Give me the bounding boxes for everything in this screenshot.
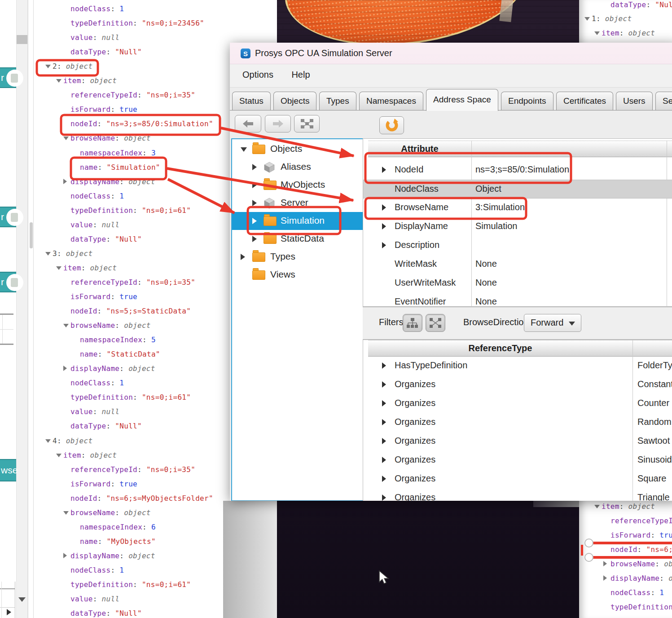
expander-closed-icon[interactable] — [252, 200, 257, 206]
reference-target: Random — [637, 417, 672, 427]
tree-item-objects[interactable]: Objects — [232, 140, 366, 158]
cube-icon — [264, 161, 275, 175]
expander-closed-icon[interactable] — [252, 236, 257, 242]
browse-direction-dropdown[interactable]: Forward — [524, 314, 581, 332]
expander-closed-icon[interactable] — [63, 553, 67, 558]
expander-closed-icon[interactable] — [252, 182, 257, 188]
json-colon: : — [110, 4, 119, 13]
page-scrollbar-track[interactable] — [16, 0, 28, 618]
expander-closed-icon[interactable] — [241, 254, 245, 260]
expander-closed-icon[interactable] — [63, 366, 67, 371]
teal-button-fragment[interactable]: r — [0, 207, 16, 227]
graph-view-button[interactable] — [294, 115, 320, 132]
teal-button-fragment[interactable]: r — [0, 67, 16, 88]
back-button[interactable] — [235, 115, 261, 132]
tab-status[interactable]: Status — [232, 92, 271, 110]
expander-open-icon[interactable] — [56, 79, 61, 83]
attribute-row[interactable]: NodeClassObject — [363, 180, 672, 199]
reference-type-column-header: ReferenceType — [368, 340, 632, 356]
expander-closed-icon[interactable] — [382, 381, 386, 388]
json-key: dataType — [70, 609, 106, 618]
attribute-value: 3:Simulation — [475, 202, 525, 212]
expander-closed-icon[interactable] — [252, 164, 257, 170]
attribute-row[interactable]: UserWriteMaskNone — [363, 274, 672, 293]
expander-closed-icon[interactable] — [382, 223, 386, 230]
attribute-row[interactable]: BrowseName3:Simulation — [363, 199, 672, 217]
inner-scrollbar-thumb[interactable] — [30, 222, 33, 248]
tab-types[interactable]: Types — [319, 92, 356, 110]
expander-open-icon[interactable] — [56, 454, 61, 457]
expander-closed-icon[interactable] — [382, 419, 386, 425]
tab-namespaces[interactable]: Namespaces — [359, 92, 423, 110]
hierarchy-filter-button[interactable] — [403, 314, 422, 332]
expander-open-icon[interactable] — [63, 137, 69, 140]
tree-item-server[interactable]: Server — [232, 194, 366, 212]
tab-objects[interactable]: Objects — [273, 92, 316, 110]
tree-item-myobjects[interactable]: MyObjects — [232, 176, 366, 194]
expander-closed-icon[interactable] — [382, 476, 386, 482]
menu-help[interactable]: Help — [290, 70, 312, 80]
forward-button[interactable] — [265, 115, 291, 132]
expander-closed-icon[interactable] — [382, 400, 386, 406]
expander-closed-icon[interactable] — [382, 362, 386, 369]
reference-target: Square — [637, 473, 667, 484]
chevron-right-icon[interactable] — [7, 609, 11, 615]
tab-address-space[interactable]: Address Space — [426, 89, 498, 111]
reference-row[interactable]: OrganizesCounter — [363, 394, 672, 413]
reference-row[interactable]: OrganizesConstant — [363, 375, 672, 394]
json-key: dataType — [70, 235, 106, 243]
attribute-row[interactable]: WriteMaskNone — [363, 255, 672, 274]
expander-open-icon[interactable] — [45, 65, 51, 68]
expander-open-icon[interactable] — [241, 147, 247, 152]
tree-item-types[interactable]: Types — [232, 248, 366, 266]
tree-item-simulation[interactable]: Simulation — [232, 212, 366, 230]
json-line: dataType: "Null" — [70, 609, 142, 618]
reference-row[interactable]: OrganizesSawtoot — [363, 432, 672, 451]
tab-certificates[interactable]: Certificates — [556, 92, 613, 110]
tab-sess[interactable]: Sess — [655, 92, 672, 110]
json-colon: : — [119, 177, 128, 186]
tree-item-views[interactable]: Views — [232, 266, 366, 284]
attribute-row[interactable]: Description — [363, 236, 672, 255]
address-space-tree: ObjectsAliasesMyObjectsServerSimulationS… — [231, 138, 367, 501]
graph-filter-button[interactable] — [426, 314, 445, 332]
window-titlebar[interactable]: S Prosys OPC UA Simulation Server — [230, 43, 672, 64]
expander-open-icon[interactable] — [45, 439, 51, 443]
json-colon: : — [93, 33, 102, 42]
reference-type: Organizes — [395, 436, 435, 446]
tab-endpoints[interactable]: Endpoints — [501, 92, 553, 110]
browse-button-fragment[interactable]: wse — [0, 459, 16, 481]
tab-users[interactable]: Users — [616, 92, 653, 110]
reference-row[interactable]: HasTypeDefinitionFolderTy — [363, 357, 672, 375]
menu-options[interactable]: Options — [241, 70, 275, 80]
expander-closed-icon[interactable] — [252, 218, 257, 224]
arrow-left-icon — [243, 119, 254, 128]
expander-open-icon[interactable] — [63, 324, 69, 327]
reference-target: Constant — [637, 379, 672, 389]
json-line: namespaceIndex: 3 — [80, 148, 156, 158]
expander-closed-icon[interactable] — [382, 438, 386, 444]
expander-open-icon[interactable] — [56, 266, 61, 270]
expander-open-icon[interactable] — [45, 252, 51, 256]
tree-item-staticdata[interactable]: StaticData — [232, 230, 366, 248]
expander-closed-icon[interactable] — [382, 242, 386, 248]
expander-closed-icon[interactable] — [63, 179, 67, 184]
expander-closed-icon[interactable] — [382, 167, 386, 173]
reference-row[interactable]: OrganizesRandom — [363, 413, 672, 432]
attribute-row[interactable]: DisplayNameSimulation — [363, 217, 672, 236]
expander-closed-icon[interactable] — [382, 457, 386, 463]
reference-row[interactable]: OrganizesTriangle — [363, 489, 672, 501]
page-scrollbar-thumb[interactable] — [17, 35, 27, 44]
attribute-row[interactable]: NodeIdns=3;s=85/0:Simulation — [363, 161, 672, 180]
json-line: nodeClass: 1 — [70, 191, 124, 201]
json-key: 3 — [53, 249, 57, 258]
reference-row[interactable]: OrganizesSinusoid — [363, 451, 672, 470]
expander-closed-icon[interactable] — [382, 204, 386, 211]
refresh-button[interactable] — [379, 116, 404, 134]
reference-row[interactable]: OrganizesSquare — [363, 470, 672, 489]
teal-button-fragment[interactable]: r — [0, 272, 16, 292]
expander-closed-icon[interactable] — [382, 494, 386, 501]
tree-item-aliases[interactable]: Aliases — [232, 158, 366, 176]
expander-open-icon[interactable] — [63, 511, 69, 515]
chevron-down-icon[interactable] — [18, 597, 26, 602]
